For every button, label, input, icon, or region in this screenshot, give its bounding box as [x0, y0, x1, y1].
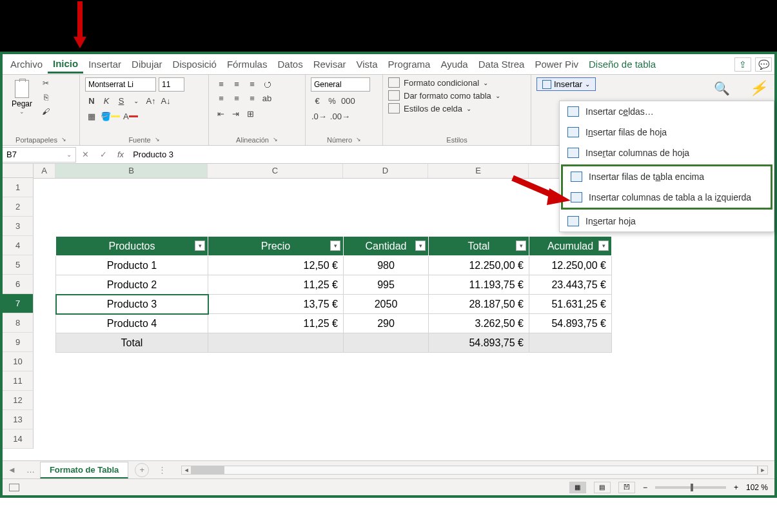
filter-icon[interactable]: ▾	[598, 241, 609, 251]
total-label[interactable]: Total	[56, 333, 208, 353]
tab-power-pivot[interactable]: Power Piv	[529, 56, 584, 72]
fx-icon[interactable]: fx	[112, 150, 129, 159]
filter-icon[interactable]: ▾	[330, 241, 340, 251]
tab-revisar[interactable]: Revisar	[308, 56, 351, 72]
conditional-format-button[interactable]: Formato condicional ⌄	[388, 77, 526, 88]
menu-insert-table-cols-left[interactable]: Insertar columnas de tabla a la izquierd…	[563, 187, 771, 208]
new-sheet-button[interactable]: +	[135, 463, 149, 477]
col-header-d[interactable]: D	[343, 164, 428, 178]
zoom-in-button[interactable]: +	[734, 483, 738, 492]
name-box[interactable]: B7⌄	[3, 147, 76, 163]
page-break-view-button[interactable]: 凹	[618, 482, 635, 493]
row-header-10[interactable]: 10	[3, 352, 34, 371]
cell-producto[interactable]: Producto 2	[56, 275, 208, 295]
comma-format-button[interactable]: 000	[340, 94, 356, 107]
tab-dibujar[interactable]: Dibujar	[126, 56, 168, 72]
menu-insert-cells[interactable]: Insertar celdas…	[560, 101, 774, 122]
row-header-8[interactable]: 8	[3, 313, 34, 333]
cell-precio[interactable]: 11,25 €	[208, 314, 344, 333]
filter-icon[interactable]: ▾	[195, 241, 205, 251]
tab-data-streamer[interactable]: Data Strea	[473, 56, 530, 72]
comments-icon[interactable]: 💬	[755, 57, 772, 72]
cell-cantidad[interactable]: 2050	[344, 295, 429, 314]
percent-format-button[interactable]: %	[326, 94, 339, 107]
cell-precio[interactable]: 13,75 €	[208, 295, 344, 314]
row-header-3[interactable]: 3	[3, 217, 34, 236]
hscroll-track[interactable]	[192, 466, 758, 475]
col-header-c[interactable]: C	[208, 164, 343, 178]
cell-total[interactable]: 12.250,00 €	[429, 256, 529, 275]
sheet-nav-prev[interactable]: ◄	[3, 465, 21, 475]
tab-disposicion[interactable]: Disposició	[168, 56, 222, 72]
cell-precio[interactable]: 11,25 €	[208, 275, 344, 295]
analyze-data-icon[interactable]: ⚡	[749, 80, 767, 97]
accounting-format-button[interactable]: €	[311, 94, 324, 107]
wrap-text-button[interactable]: ab	[261, 92, 273, 104]
align-top-button[interactable]: ≡	[214, 77, 228, 90]
header-precio[interactable]: Precio▾	[208, 237, 344, 256]
paste-button[interactable]: Pegar	[12, 99, 32, 108]
tab-ayuda[interactable]: Ayuda	[435, 56, 473, 72]
header-total[interactable]: Total▾	[429, 237, 529, 256]
sheet-nav-menu[interactable]: …	[21, 465, 40, 475]
zoom-level[interactable]: 102 %	[746, 483, 768, 492]
row-header-12[interactable]: 12	[3, 391, 34, 410]
cell-precio[interactable]: 12,50 €	[208, 256, 344, 275]
tab-diseno-tabla[interactable]: Diseño de tabla	[584, 56, 661, 72]
decrease-indent-button[interactable]: ⇤	[214, 107, 227, 120]
paste-icon[interactable]	[15, 80, 29, 98]
italic-button[interactable]: K	[100, 94, 113, 107]
filter-icon[interactable]: ▾	[415, 241, 426, 251]
cell-acumulado[interactable]: 23.443,75 €	[529, 275, 612, 295]
zoom-slider[interactable]	[655, 486, 726, 489]
row-header-4[interactable]: 4	[3, 236, 34, 255]
zoom-out-button[interactable]: −	[643, 483, 647, 492]
search-icon[interactable]: 🔍	[714, 81, 730, 96]
tab-vista[interactable]: Vista	[351, 56, 383, 72]
row-header-11[interactable]: 11	[3, 371, 34, 391]
number-format-select[interactable]	[311, 77, 370, 92]
menu-insert-sheet[interactable]: Insertar hoja	[560, 211, 774, 232]
format-as-table-button[interactable]: Dar formato como tabla ⌄	[388, 90, 526, 101]
tab-programa[interactable]: Programa	[383, 56, 436, 72]
record-macro-icon[interactable]	[9, 484, 19, 491]
fill-color-button[interactable]: 🪣	[100, 110, 121, 123]
font-size-select[interactable]	[159, 77, 184, 92]
total-value[interactable]: 54.893,75 €	[429, 333, 529, 353]
hscroll-left[interactable]: ◄	[181, 466, 192, 475]
tab-insertar[interactable]: Insertar	[83, 56, 126, 72]
align-left-button[interactable]: ≡	[214, 92, 228, 104]
font-color-button[interactable]: A	[123, 110, 139, 123]
header-productos[interactable]: Productos▾	[56, 237, 208, 256]
filter-icon[interactable]: ▾	[516, 241, 526, 251]
cell-total[interactable]: 3.262,50 €	[429, 314, 529, 333]
hscroll-right[interactable]: ►	[758, 466, 768, 475]
cell-acumulado[interactable]: 51.631,25 €	[529, 295, 612, 314]
tab-formulas[interactable]: Fórmulas	[222, 56, 273, 72]
menu-insert-sheet-rows[interactable]: Insertar filas de hoja	[560, 122, 774, 143]
cell-total[interactable]: 28.187,50 €	[429, 295, 529, 314]
row-header-2[interactable]: 2	[3, 197, 34, 217]
align-middle-button[interactable]: ≡	[230, 77, 244, 90]
cancel-formula-icon[interactable]: ✕	[76, 150, 94, 159]
bold-button[interactable]: N	[85, 94, 98, 107]
header-cantidad[interactable]: Cantidad▾	[344, 237, 429, 256]
copy-icon[interactable]: ⎘	[39, 92, 53, 103]
col-header-a[interactable]: A	[34, 164, 55, 178]
align-center-button[interactable]: ≡	[230, 92, 244, 104]
grow-font-button[interactable]: A↑	[144, 94, 157, 107]
cell-acumulado[interactable]: 12.250,00 €	[529, 256, 612, 275]
format-painter-icon[interactable]: 🖌	[39, 106, 53, 117]
shrink-font-button[interactable]: A↓	[159, 94, 172, 107]
row-header-9[interactable]: 9	[3, 333, 34, 352]
increase-indent-button[interactable]: ⇥	[229, 107, 242, 120]
row-header-6[interactable]: 6	[3, 275, 34, 294]
increase-decimal-button[interactable]: .0→	[311, 110, 328, 123]
tab-archivo[interactable]: Archivo	[5, 56, 48, 72]
cut-icon[interactable]: ✂	[39, 77, 53, 89]
cell-producto[interactable]: Producto 3	[56, 295, 208, 314]
cell-cantidad[interactable]: 995	[344, 275, 429, 295]
cell-acumulado[interactable]: 54.893,75 €	[529, 314, 612, 333]
select-all-corner[interactable]	[3, 164, 34, 178]
header-acumulado[interactable]: Acumulad▾	[529, 237, 612, 256]
